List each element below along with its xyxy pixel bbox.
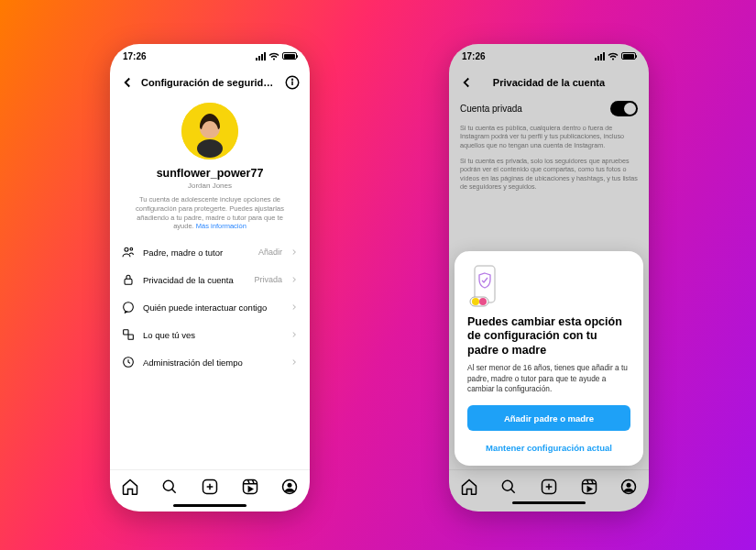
row-label: Privacidad de la cuenta: [143, 275, 247, 285]
tab-search-icon[interactable]: [499, 478, 518, 496]
svg-rect-30: [582, 479, 596, 493]
lock-icon: [121, 272, 136, 287]
nav-title: Privacidad de la cuenta: [480, 77, 618, 88]
svg-point-4: [197, 139, 223, 158]
row-time-management[interactable]: Administración del tiempo: [121, 348, 299, 376]
svg-point-9: [124, 302, 134, 313]
svg-rect-8: [125, 279, 132, 284]
chevron-right-icon: [290, 275, 299, 284]
content-icon: [121, 327, 136, 342]
nav-header: Configuración de seguridad...: [110, 68, 310, 97]
phone-settings: 17:26 Configuración de seguridad... s: [110, 44, 310, 512]
svg-rect-11: [128, 335, 133, 339]
privacy-explanation-1: Si tu cuenta es pública, cualquiera dent…: [449, 120, 649, 153]
svg-point-39: [472, 298, 479, 305]
tab-reels-icon[interactable]: [241, 478, 259, 496]
battery-icon: [282, 52, 297, 60]
add-parent-button[interactable]: Añadir padre o madre: [467, 405, 630, 431]
row-privacy[interactable]: Privacidad de la cuenta Privada: [121, 266, 299, 293]
phone-privacy-dialog: 17:26 Privacidad de la cuenta Cuenta pri…: [449, 44, 649, 512]
row-trail: Añadir: [258, 248, 282, 257]
settings-list: Padre, madre o tutor Añadir Privacidad d…: [110, 233, 310, 381]
svg-line-26: [511, 489, 515, 492]
sheet-body: Al ser menor de 16 años, tienes que añad…: [467, 363, 630, 394]
tab-home-icon[interactable]: [121, 478, 139, 496]
cellular-icon: [256, 52, 266, 60]
private-account-row: Cuenta privada: [449, 97, 649, 120]
tab-search-icon[interactable]: [160, 478, 179, 496]
svg-point-2: [292, 79, 293, 80]
svg-marker-34: [587, 487, 591, 491]
battery-icon: [621, 52, 636, 60]
home-indicator: [512, 501, 586, 504]
privacy-explanation-2: Si tu cuenta es privada, solo los seguid…: [449, 153, 649, 194]
home-indicator: [173, 504, 247, 507]
status-bar: 17:26: [449, 44, 649, 68]
account-description: Tu cuenta de adolescente incluye opcione…: [123, 195, 297, 231]
svg-point-7: [130, 248, 133, 250]
chevron-right-icon: [290, 330, 299, 339]
realname: Jordan Jones: [123, 182, 297, 190]
row-label: Lo que tú ves: [143, 330, 282, 340]
tab-create-icon[interactable]: [540, 478, 558, 496]
avatar: [181, 103, 238, 160]
profile-block: sunflower_power77 Jordan Jones Tu cuenta…: [110, 97, 310, 233]
status-indicators: [595, 52, 636, 60]
wifi-icon: [608, 52, 619, 60]
back-icon[interactable]: [458, 74, 475, 91]
wifi-icon: [268, 52, 279, 60]
nav-title: Configuración de seguridad...: [141, 77, 279, 88]
svg-rect-10: [124, 330, 128, 335]
chevron-right-icon: [290, 302, 299, 312]
status-indicators: [256, 52, 297, 60]
row-label: Quién puede interactuar contigo: [143, 302, 282, 313]
info-icon[interactable]: [284, 74, 301, 91]
svg-point-36: [627, 482, 631, 487]
more-info-link[interactable]: Más información: [196, 222, 247, 230]
row-label: Administración del tiempo: [143, 358, 282, 368]
svg-marker-22: [248, 487, 252, 491]
tab-bar: [110, 469, 310, 504]
clock-icon: [121, 355, 136, 369]
svg-rect-18: [243, 479, 257, 493]
guardian-icon: [121, 245, 136, 259]
message-icon: [121, 300, 136, 314]
row-label: Padre, madre o tutor: [143, 248, 251, 258]
sheet-title: Puedes cambiar esta opción de configurac…: [467, 315, 630, 358]
tab-profile-icon[interactable]: [619, 478, 638, 496]
svg-line-14: [172, 489, 176, 492]
row-interact[interactable]: Quién puede interactuar contigo: [121, 293, 299, 321]
row-parent[interactable]: Padre, madre o tutor Añadir: [121, 238, 299, 266]
private-account-toggle[interactable]: [610, 101, 638, 116]
status-bar: 17:26: [110, 44, 310, 68]
row-what-you-see[interactable]: Lo que tú ves: [121, 321, 299, 348]
private-account-label: Cuenta privada: [460, 104, 522, 114]
tab-profile-icon[interactable]: [280, 478, 299, 496]
username: sunflower_power77: [123, 167, 297, 180]
back-icon[interactable]: [119, 74, 136, 91]
tab-bar: [449, 469, 649, 504]
nav-header: Privacidad de la cuenta: [449, 68, 649, 97]
tab-reels-icon[interactable]: [580, 478, 598, 496]
chevron-right-icon: [290, 358, 299, 367]
status-time: 17:26: [462, 51, 486, 61]
chevron-right-icon: [290, 248, 299, 257]
status-time: 17:26: [123, 51, 147, 61]
sheet-illustration: [467, 264, 502, 308]
svg-point-6: [125, 248, 128, 251]
keep-settings-button[interactable]: Mantener configuración actual: [467, 439, 630, 456]
tab-home-icon[interactable]: [460, 478, 478, 496]
cellular-icon: [595, 52, 605, 60]
tab-create-icon[interactable]: [201, 478, 219, 496]
svg-point-40: [479, 298, 487, 305]
svg-point-24: [288, 482, 292, 487]
row-trail: Privada: [254, 275, 282, 284]
parent-required-sheet: Puedes cambiar esta opción de configurac…: [455, 251, 643, 466]
